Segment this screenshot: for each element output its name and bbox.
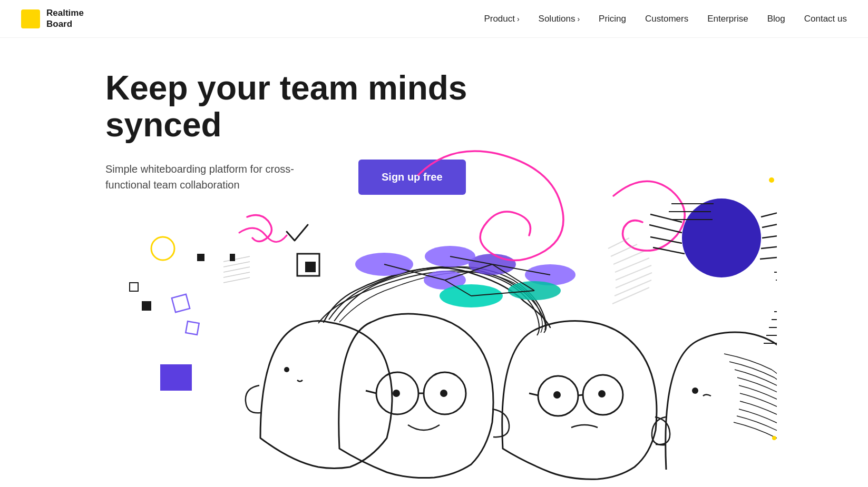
svg-line-52 [650, 214, 682, 222]
svg-point-17 [424, 372, 466, 414]
hero-title: Keep your team minds synced [105, 69, 474, 144]
svg-line-43 [608, 238, 629, 249]
svg-line-57 [762, 216, 777, 227]
svg-point-64 [769, 177, 774, 183]
signup-button[interactable]: Sign up free [358, 160, 466, 195]
svg-point-35 [508, 281, 561, 300]
svg-rect-3 [171, 294, 189, 312]
svg-point-21 [440, 390, 447, 397]
svg-point-32 [525, 264, 576, 285]
svg-line-8 [223, 256, 250, 262]
svg-rect-5 [130, 283, 138, 291]
nav-product[interactable]: Product [484, 14, 519, 24]
svg-rect-14 [305, 262, 316, 272]
svg-rect-2 [142, 301, 151, 311]
svg-line-50 [612, 287, 649, 304]
hero-subtitle: Simple whiteboarding platform for cross-… [105, 161, 327, 193]
nav-customers[interactable]: Customers [645, 14, 688, 24]
nav-enterprise[interactable]: Enterprise [707, 14, 748, 24]
svg-rect-85 [230, 254, 235, 261]
svg-point-34 [440, 284, 503, 307]
svg-point-23 [583, 375, 623, 415]
nav-contact[interactable]: Contact us [804, 14, 847, 24]
svg-point-30 [424, 271, 466, 290]
navbar: Realtime Board Product Solutions Pricing… [0, 0, 868, 38]
svg-line-10 [223, 267, 250, 272]
svg-point-20 [393, 390, 400, 397]
svg-point-15 [284, 367, 289, 372]
svg-line-45 [613, 251, 644, 264]
svg-line-55 [653, 247, 685, 254]
svg-point-0 [151, 237, 174, 260]
svg-point-68 [772, 436, 776, 440]
svg-line-46 [615, 258, 649, 272]
hero-cta-row: Simple whiteboarding platform for cross-… [105, 160, 474, 195]
logo[interactable]: Realtime Board [21, 8, 84, 29]
nav-links: Product Solutions Pricing Customers Ente… [484, 14, 847, 24]
nav-pricing[interactable]: Pricing [599, 14, 626, 24]
svg-rect-6 [160, 364, 192, 391]
svg-line-58 [762, 230, 777, 238]
svg-point-31 [469, 254, 516, 275]
hero-text: Keep your team minds synced Simple white… [105, 69, 474, 195]
svg-line-44 [611, 244, 637, 256]
svg-point-29 [355, 253, 413, 276]
nav-blog[interactable]: Blog [767, 14, 785, 24]
svg-line-60 [760, 254, 777, 259]
logo-text: Realtime Board [46, 8, 84, 29]
svg-line-53 [649, 225, 682, 233]
svg-line-36 [384, 264, 445, 280]
svg-rect-13 [297, 254, 319, 276]
svg-point-33 [425, 246, 475, 267]
svg-line-12 [223, 277, 250, 283]
svg-line-25 [529, 393, 538, 395]
svg-line-38 [492, 264, 550, 275]
nav-solutions[interactable]: Solutions [539, 14, 580, 24]
logo-icon [21, 9, 40, 28]
svg-point-26 [553, 391, 561, 399]
svg-line-42 [471, 291, 534, 296]
svg-point-22 [538, 376, 578, 416]
svg-line-11 [223, 272, 250, 277]
svg-point-28 [692, 387, 698, 394]
svg-line-9 [223, 262, 250, 267]
svg-point-16 [376, 372, 418, 414]
svg-line-59 [761, 242, 777, 249]
svg-line-40 [445, 280, 471, 296]
svg-line-49 [615, 280, 651, 296]
svg-line-41 [492, 264, 534, 291]
svg-line-37 [445, 264, 492, 280]
svg-line-56 [761, 204, 777, 217]
svg-point-27 [598, 390, 606, 397]
svg-line-47 [616, 265, 651, 280]
svg-line-48 [616, 273, 652, 288]
svg-rect-7 [223, 256, 250, 283]
svg-point-51 [682, 198, 761, 277]
svg-line-54 [650, 237, 682, 243]
hero-section: Keep your team minds synced Simple white… [0, 38, 868, 487]
svg-line-19 [366, 391, 376, 393]
svg-line-39 [450, 256, 492, 264]
svg-rect-4 [186, 321, 199, 334]
svg-line-24 [578, 395, 583, 395]
svg-rect-1 [197, 254, 204, 261]
